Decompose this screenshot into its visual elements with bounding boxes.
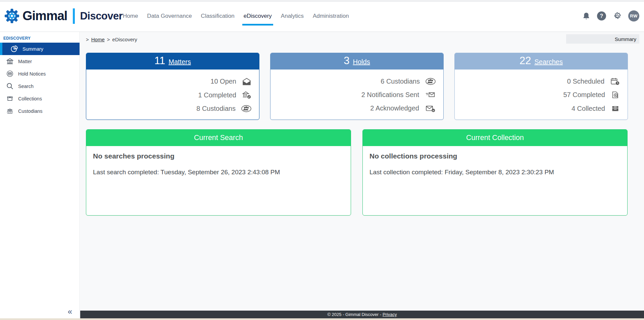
brand-logo[interactable]: Gimmal Discover bbox=[4, 0, 122, 32]
stat-row-custodians: 6 Custodians bbox=[381, 77, 436, 86]
document-search-icon bbox=[610, 90, 620, 99]
stat-row-label: 57 Completed bbox=[563, 91, 605, 99]
stat-row-acknowledged: 2 Acknowledged bbox=[370, 104, 436, 113]
nav-home[interactable]: Home bbox=[121, 11, 140, 21]
stat-row-completed: 57 Completed bbox=[563, 90, 620, 99]
holds-card-body: 6 Custodians 2 Notifications Sent bbox=[270, 70, 443, 120]
sidebar-collapse-button[interactable]: « bbox=[68, 307, 72, 316]
nav-ediscovery-label: eDiscovery bbox=[244, 13, 272, 19]
searches-card-body: 0 Scheduled 57 Completed bbox=[455, 70, 628, 120]
stat-row-label: 8 Custodians bbox=[196, 105, 236, 112]
searches-card-header: 22 Searches bbox=[455, 53, 628, 70]
searches-count: 22 bbox=[519, 55, 531, 66]
custodians-oval-icon bbox=[241, 104, 252, 113]
footer: © 2025 - Gimmal Discover - Privacy bbox=[80, 311, 644, 318]
open-envelope-icon bbox=[242, 77, 252, 86]
holds-card-header: 3 Holds bbox=[270, 53, 443, 70]
sidebar-item-label: Hold Notices bbox=[18, 71, 46, 77]
searches-link[interactable]: Searches bbox=[534, 58, 563, 66]
active-tab-underline bbox=[242, 24, 273, 26]
current-collection-card: Current Collection No collections proces… bbox=[362, 129, 628, 216]
help-icon[interactable]: ? bbox=[597, 11, 606, 20]
custodians-oval-icon bbox=[425, 77, 436, 86]
footer-copyright: © 2025 - Gimmal Discover - bbox=[327, 312, 381, 317]
sidebar-item-label: Search bbox=[18, 84, 34, 89]
holds-link[interactable]: Holds bbox=[353, 58, 370, 66]
sidebar-item-collections[interactable]: Collections bbox=[0, 92, 80, 105]
current-collection-header: Current Collection bbox=[363, 130, 627, 146]
stat-row-label: 2 Notifications Sent bbox=[361, 91, 419, 99]
status-cards-row: Current Search No searches processing La… bbox=[86, 129, 628, 216]
stat-row-scheduled: 0 Scheduled bbox=[567, 77, 620, 86]
breadcrumb-current: eDiscovery bbox=[112, 37, 137, 42]
matters-card: 11 Matters 10 Open 1 Completed bbox=[86, 53, 259, 120]
stat-row-notifications-sent: 2 Notifications Sent bbox=[361, 90, 436, 99]
product-name: Discover bbox=[80, 10, 122, 22]
sidebar-item-label: Collections bbox=[18, 96, 42, 101]
searches-card: 22 Searches 0 Scheduled bbox=[454, 53, 628, 120]
matters-card-header: 11 Matters bbox=[86, 53, 259, 70]
stat-cards-row: 11 Matters 10 Open 1 Completed bbox=[86, 53, 628, 120]
people-icon bbox=[6, 107, 14, 115]
sidebar-item-matter[interactable]: Matter bbox=[0, 55, 80, 67]
search-status-message: No searches processing bbox=[93, 152, 344, 160]
matters-link[interactable]: Matters bbox=[168, 58, 191, 66]
current-search-card: Current Search No searches processing La… bbox=[86, 129, 351, 216]
calendar-clock-icon bbox=[610, 77, 620, 86]
stat-row-label: 2 Acknowledged bbox=[370, 104, 419, 112]
brand-name: Gimmal bbox=[22, 9, 67, 23]
current-search-header: Current Search bbox=[86, 130, 351, 146]
sidebar-item-search[interactable]: Search bbox=[0, 80, 80, 92]
sidebar-item-label: Matter bbox=[18, 59, 32, 64]
breadcrumb-prefix: > bbox=[86, 37, 89, 42]
stat-row-completed: 1 Completed bbox=[198, 91, 252, 99]
bell-icon[interactable] bbox=[582, 12, 591, 20]
gimmal-gear-logo-icon bbox=[4, 8, 20, 24]
holds-card: 3 Holds 6 Custodians bbox=[270, 53, 444, 120]
archive-drawer-icon bbox=[610, 104, 620, 113]
nav-classification[interactable]: Classification bbox=[199, 11, 237, 21]
bank-icon bbox=[6, 57, 14, 65]
envelope-circle-icon bbox=[6, 70, 14, 78]
current-search-body: No searches processing Last search compl… bbox=[86, 146, 351, 182]
sidebar-item-hold-notices[interactable]: Hold Notices bbox=[0, 67, 80, 80]
holds-count: 3 bbox=[344, 55, 349, 66]
gear-icon[interactable] bbox=[612, 11, 622, 21]
pie-chart-icon bbox=[10, 45, 18, 53]
collection-status-message: No collections processing bbox=[369, 152, 621, 160]
breadcrumb-home-link[interactable]: Home bbox=[91, 37, 105, 42]
send-envelope-icon bbox=[425, 90, 436, 99]
nav-analytics[interactable]: Analytics bbox=[279, 11, 306, 21]
matters-card-body: 10 Open 1 Completed bbox=[86, 70, 259, 120]
main-nav: Home Data Governance Classification eDis… bbox=[121, 0, 351, 32]
stat-row-label: 10 Open bbox=[210, 78, 236, 85]
box-icon bbox=[6, 95, 14, 102]
sidebar-section-label: EDISCOVERY bbox=[3, 36, 80, 41]
stat-row-label: 6 Custodians bbox=[381, 78, 420, 85]
sidebar-item-label: Custodians bbox=[18, 108, 43, 114]
nav-ediscovery[interactable]: eDiscovery bbox=[242, 11, 274, 21]
stat-row-custodians: 8 Custodians bbox=[196, 104, 252, 113]
sidebar-item-summary[interactable]: Summary bbox=[0, 43, 80, 55]
magnifier-icon bbox=[6, 82, 14, 90]
header-actions: ? RW bbox=[582, 0, 639, 32]
stat-row-label: 1 Completed bbox=[198, 91, 236, 99]
gimmal-discover-app: Gimmal Discover Home Data Governance Cla… bbox=[0, 0, 644, 320]
sidebar: EDISCOVERY Summary Matter bbox=[0, 32, 80, 318]
main-content: > Home > eDiscovery Summary 11 Matters 1… bbox=[80, 32, 644, 311]
nav-administration[interactable]: Administration bbox=[311, 11, 351, 21]
last-search-completed: Last search completed: Tuesday, Septembe… bbox=[93, 169, 344, 176]
user-avatar[interactable]: RW bbox=[628, 10, 639, 21]
brand-divider bbox=[73, 8, 75, 24]
stat-row-open: 10 Open bbox=[210, 77, 252, 86]
window-bottom-strip bbox=[0, 318, 644, 320]
active-item-strip bbox=[0, 43, 2, 55]
envelope-check-icon bbox=[425, 104, 436, 113]
page-title: Summary bbox=[566, 34, 639, 44]
privacy-link[interactable]: Privacy bbox=[383, 312, 397, 317]
stat-row-label: 4 Collected bbox=[572, 105, 605, 112]
breadcrumb-separator: > bbox=[107, 37, 110, 42]
nav-data-governance[interactable]: Data Governance bbox=[145, 11, 194, 21]
sidebar-item-label: Summary bbox=[22, 46, 43, 52]
sidebar-item-custodians[interactable]: Custodians bbox=[0, 105, 80, 117]
